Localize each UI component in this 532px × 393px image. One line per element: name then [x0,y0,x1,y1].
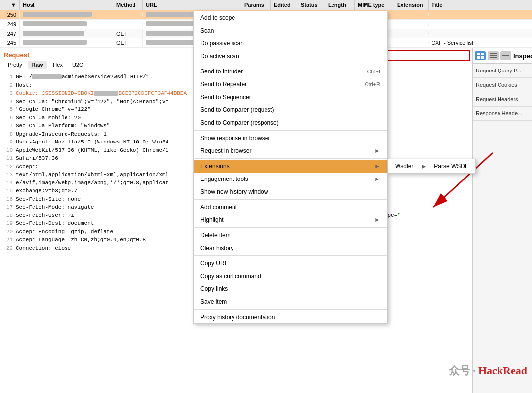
submenu-item-wsdler[interactable]: Wsdler [388,159,420,173]
submenu-arrow: ► [374,216,380,223]
request-content: 1GET /adminWebService?wsdl HTTP/1. 2Host… [0,70,192,393]
menu-divider [194,199,387,200]
request-tabs: Pretty Raw Hex U2C [0,60,192,70]
request-panel: Request Pretty Raw Hex U2C 1GET /adminWe… [0,48,192,393]
menu-item-send-comparer-req[interactable]: Send to Comparer (request) [194,104,387,116]
row-host [20,20,113,29]
menu-item-scan[interactable]: Scan [194,24,387,37]
row-title: CXF - Service list [429,38,532,47]
col-header-url: URL [143,0,241,10]
menu-divider [194,158,387,159]
row-method: GET [113,29,143,38]
row-title [429,23,532,26]
menu-item-save-item[interactable]: Save item [194,295,387,308]
main-container: ▼ Host Method URL Params Edited Status L… [0,0,532,393]
col-header-title: Title [429,0,532,10]
row-host [20,38,113,47]
menu-item-copy-url[interactable]: Copy URL [194,257,387,270]
col-header-host: Host [20,0,113,10]
menu-item-do-active-scan[interactable]: Do active scan [194,50,387,63]
col-header-edited: Edited [271,0,298,10]
svg-rect-3 [481,56,484,59]
col-header-status: Status [298,0,325,10]
row-method [113,23,143,26]
list-view-button[interactable] [488,51,499,60]
menu-item-request-in-browser[interactable]: Request in browser ► [194,144,387,157]
menu-item-show-new-history[interactable]: Show new history window [194,185,387,198]
inspector-title: Inspector [511,52,532,60]
svg-rect-9 [502,57,509,57]
grid-view-button[interactable] [475,51,486,60]
svg-rect-7 [502,54,509,54]
wsdler-submenu: Wsdler ► Parse WSDL [388,159,476,174]
row-ext [394,41,429,44]
svg-rect-4 [490,53,497,54]
menu-item-send-repeater[interactable]: Send to Repeater Ctrl+R [194,78,387,91]
row-num: 245 [0,38,20,47]
submenu-arrow: ► [374,176,380,182]
row-title [429,32,532,35]
tab-hex[interactable]: Hex [49,61,66,69]
menu-item-send-intruder[interactable]: Send to Intruder Ctrl+I [194,65,387,78]
row-host [20,10,113,19]
col-header-ext: Extension [394,0,429,10]
menu-item-engagement-tools[interactable]: Engagement tools ► [194,173,387,185]
row-title [429,13,532,16]
inspector-item-cookies[interactable]: Request Cookies [473,78,532,92]
menu-divider [194,255,387,256]
tab-u2c[interactable]: U2C [68,61,87,69]
menu-item-proxy-history-docs[interactable]: Proxy history documentation [194,311,387,323]
svg-rect-2 [477,56,480,59]
row-num: 250 [0,10,20,19]
menu-item-show-response-browser[interactable]: Show response in browser [194,132,387,144]
menu-divider [194,227,387,228]
inspector-header: Inspector [473,48,532,64]
menu-item-send-comparer-resp[interactable]: Send to Comparer (response) [194,116,387,129]
row-ext [394,32,429,35]
menu-divider [194,130,387,131]
svg-rect-5 [490,55,497,56]
menu-item-add-to-scope[interactable]: Add to scope [194,11,387,24]
menu-item-clear-history[interactable]: Clear history [194,242,387,254]
col-header-method: Method [113,0,143,10]
inspector-item-query-params[interactable]: Request Query P... [473,64,532,78]
submenu-item-parse-wsdl[interactable]: Parse WSDL [427,159,475,173]
tab-raw[interactable]: Raw [28,61,47,69]
tab-pretty[interactable]: Pretty [4,61,26,69]
menu-divider [194,64,387,64]
submenu-arrow: ► [374,147,380,154]
table-header: ▼ Host Method URL Params Edited Status L… [0,0,532,10]
inspector-view-icons [475,51,511,60]
row-ext [394,13,429,16]
menu-item-copy-curl[interactable]: Copy as curl command [194,270,387,283]
row-num: 247 [0,29,20,38]
col-header-params: Params [241,0,271,10]
menu-item-send-sequencer[interactable]: Send to Sequencer [194,91,387,104]
svg-rect-1 [481,53,484,55]
menu-item-copy-links[interactable]: Copy links [194,283,387,295]
inspector-items: Request Query P... Request Cookies Reque… [473,64,532,121]
menu-item-extensions[interactable]: Extensions ► [194,160,387,173]
menu-item-do-passive-scan[interactable]: Do passive scan [194,37,387,50]
submenu-arrow: ► [374,163,380,170]
request-panel-title: Request [0,48,192,60]
row-method [113,13,143,16]
inspector-item-request-headers[interactable]: Request Headers [473,92,532,107]
svg-rect-6 [490,57,497,58]
row-ext [394,23,429,26]
col-header-mime: MIME type [355,0,394,10]
context-menu: Add to scope Scan Do passive scan Do act… [193,11,388,324]
menu-item-highlight[interactable]: Highlight ► [194,214,387,226]
inspector-panel: Inspector Request Query P... Request Coo… [473,48,532,393]
row-num: 249 [0,20,20,29]
row-method: GET [113,38,143,47]
row-host [20,29,113,38]
menu-item-delete-item[interactable]: Delete item [194,229,387,242]
menu-item-add-comment[interactable]: Add comment [194,201,387,214]
dropdown-arrow-col[interactable]: ▼ [0,0,20,10]
col-header-length: Length [325,0,355,10]
menu-divider [194,309,387,310]
submenu-arrow-connector: ► [420,159,427,173]
compact-view-button[interactable] [500,51,511,60]
inspector-item-response-headers[interactable]: Response Heade... [473,107,532,121]
